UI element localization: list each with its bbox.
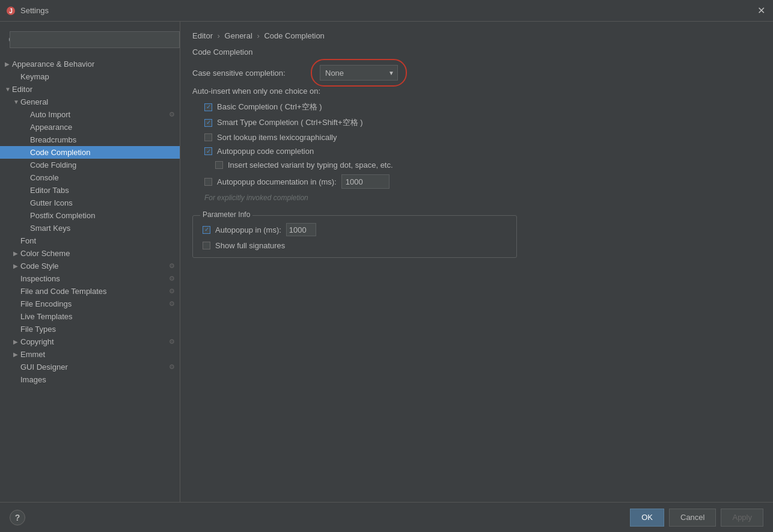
badge-icon: ⚙ xyxy=(169,287,175,295)
sidebar-item-console[interactable]: Console xyxy=(0,171,180,184)
search-input[interactable] xyxy=(10,31,180,48)
autopopup-doc-input[interactable] xyxy=(341,174,390,189)
sidebar-item-label: Images xyxy=(20,375,175,384)
main-layout: 🔍 ▶ Appearance & Behavior Keymap ▼ Edito… xyxy=(0,22,773,502)
autopopup-ms-row: Autopopup in (ms): xyxy=(203,223,507,236)
sidebar-item-auto-import[interactable]: Auto Import ⚙ xyxy=(0,108,180,121)
sidebar-item-gutter-icons[interactable]: Gutter Icons xyxy=(0,197,180,209)
help-button[interactable]: ? xyxy=(10,510,25,525)
sidebar-item-code-folding[interactable]: Code Folding xyxy=(0,159,180,171)
parameter-info-box: Parameter Info Autopopup in (ms): Show f… xyxy=(192,215,517,258)
badge-icon: ⚙ xyxy=(169,300,175,308)
sort-lookup-row: Sort lookup items lexicographically xyxy=(192,133,761,142)
sidebar-item-label: Auto Import xyxy=(30,110,167,119)
show-full-sig-row: Show full signatures xyxy=(203,241,507,250)
badge-icon: ⚙ xyxy=(169,262,175,270)
sidebar-item-label: Smart Keys xyxy=(30,224,175,233)
close-button[interactable]: ✕ xyxy=(755,5,767,17)
bottom-right: OK Cancel Apply xyxy=(630,509,763,527)
sidebar-item-images[interactable]: Images xyxy=(0,373,180,386)
sidebar-item-editor-tabs[interactable]: Editor Tabs xyxy=(0,184,180,197)
sidebar-item-label: Postfix Completion xyxy=(30,211,175,220)
insert-variant-checkbox[interactable] xyxy=(215,161,223,169)
show-full-sig-checkbox[interactable] xyxy=(203,242,210,249)
title-bar: J Settings ✕ xyxy=(0,0,773,22)
autopopup-ms-checkbox[interactable] xyxy=(203,226,210,234)
sidebar-item-label: Appearance xyxy=(30,123,175,132)
basic-completion-label: Basic Completion ( Ctrl+空格 ) xyxy=(217,102,322,112)
case-sensitive-label: Case sensitive completion: xyxy=(192,69,313,78)
sidebar-item-postfix-completion[interactable]: Postfix Completion xyxy=(0,209,180,222)
svg-text:J: J xyxy=(9,8,13,14)
insert-variant-label: Insert selected variant by typing dot, s… xyxy=(228,161,393,170)
sidebar-item-label: Gutter Icons xyxy=(30,198,175,207)
sidebar-item-label: Breadcrumbs xyxy=(30,135,175,144)
autopopup-code-row: Autopopup code completion xyxy=(192,147,761,156)
arrow-icon: ▼ xyxy=(5,86,12,93)
bottom-left: ? xyxy=(10,510,25,525)
search-wrapper: 🔍 xyxy=(5,29,175,53)
sidebar-item-keymap[interactable]: Keymap xyxy=(0,70,180,83)
hint-text: For explicitly invoked completion xyxy=(192,194,761,202)
autopopup-ms-input[interactable] xyxy=(286,223,316,236)
param-info-legend: Parameter Info xyxy=(200,210,252,219)
sidebar-item-file-encodings[interactable]: File Encodings ⚙ xyxy=(0,298,180,310)
sidebar-item-breadcrumbs[interactable]: Breadcrumbs xyxy=(0,133,180,146)
sidebar-item-label: Editor Tabs xyxy=(30,186,175,195)
sidebar-item-code-style[interactable]: ▶ Code Style ⚙ xyxy=(0,260,180,272)
window-title: Settings xyxy=(20,6,49,15)
autopopup-code-checkbox[interactable] xyxy=(204,147,212,155)
sidebar-item-editor[interactable]: ▼ Editor xyxy=(0,83,180,96)
arrow-icon: ▶ xyxy=(13,250,20,257)
case-sensitive-select[interactable]: None All First letter xyxy=(320,65,398,81)
sidebar-item-color-scheme[interactable]: ▶ Color Scheme xyxy=(0,247,180,260)
sidebar-item-code-completion[interactable]: Code Completion xyxy=(0,146,180,159)
section-title: Code Completion xyxy=(192,47,761,57)
breadcrumb-code-completion: Code Completion xyxy=(264,31,324,40)
app-icon: J xyxy=(6,6,16,16)
arrow-icon: ▼ xyxy=(13,99,20,105)
sidebar-item-label: File and Code Templates xyxy=(20,287,167,296)
sidebar-item-appearance-behavior[interactable]: ▶ Appearance & Behavior xyxy=(0,58,180,70)
sidebar-item-smart-keys[interactable]: Smart Keys xyxy=(0,222,180,234)
sidebar-item-file-types[interactable]: File Types xyxy=(0,323,180,335)
breadcrumb-sep-1: › xyxy=(218,31,220,40)
sidebar-item-label: Font xyxy=(20,236,175,245)
sidebar-item-general[interactable]: ▼ General xyxy=(0,96,180,108)
show-full-sig-label: Show full signatures xyxy=(215,241,285,250)
autopopup-doc-row: Autopopup documentation in (ms): xyxy=(192,174,761,189)
badge-icon: ⚙ xyxy=(169,363,175,371)
sidebar: 🔍 ▶ Appearance & Behavior Keymap ▼ Edito… xyxy=(0,22,180,502)
smart-type-checkbox[interactable] xyxy=(204,119,212,127)
sidebar-item-emmet[interactable]: ▶ Emmet xyxy=(0,348,180,361)
sidebar-item-label: Editor xyxy=(12,85,175,94)
sidebar-item-label: Emmet xyxy=(20,350,175,359)
sidebar-item-label: Code Completion xyxy=(30,148,175,157)
sidebar-item-gui-designer[interactable]: GUI Designer ⚙ xyxy=(0,361,180,373)
sidebar-item-label: GUI Designer xyxy=(20,362,167,371)
sidebar-item-file-code-templates[interactable]: File and Code Templates ⚙ xyxy=(0,285,180,298)
autopopup-doc-checkbox[interactable] xyxy=(204,178,212,186)
sort-lookup-checkbox[interactable] xyxy=(204,133,212,141)
breadcrumb-sep-2: › xyxy=(257,31,259,40)
badge-icon: ⚙ xyxy=(169,338,175,346)
sidebar-item-font[interactable]: Font xyxy=(0,234,180,247)
sidebar-item-copyright[interactable]: ▶ Copyright ⚙ xyxy=(0,335,180,348)
cancel-button[interactable]: Cancel xyxy=(669,509,716,527)
auto-insert-label: Auto-insert when only one choice on: xyxy=(192,87,320,96)
bottom-bar: ? OK Cancel Apply xyxy=(0,502,773,532)
sidebar-item-appearance[interactable]: Appearance xyxy=(0,121,180,133)
case-sensitive-row: Case sensitive completion: None All Firs… xyxy=(192,65,761,81)
sidebar-item-inspections[interactable]: Inspections ⚙ xyxy=(0,272,180,285)
ok-button[interactable]: OK xyxy=(630,509,664,527)
apply-button[interactable]: Apply xyxy=(721,509,763,527)
sidebar-item-label: Live Templates xyxy=(20,312,175,321)
basic-completion-checkbox[interactable] xyxy=(204,103,212,111)
sidebar-item-live-templates[interactable]: Live Templates xyxy=(0,310,180,323)
sidebar-item-label: General xyxy=(20,97,175,106)
badge-icon: ⚙ xyxy=(169,111,175,118)
sidebar-item-label: Color Scheme xyxy=(20,249,175,258)
breadcrumb: Editor › General › Code Completion xyxy=(192,31,761,40)
arrow-icon: ▶ xyxy=(13,263,20,269)
sidebar-item-label: Inspections xyxy=(20,274,167,283)
